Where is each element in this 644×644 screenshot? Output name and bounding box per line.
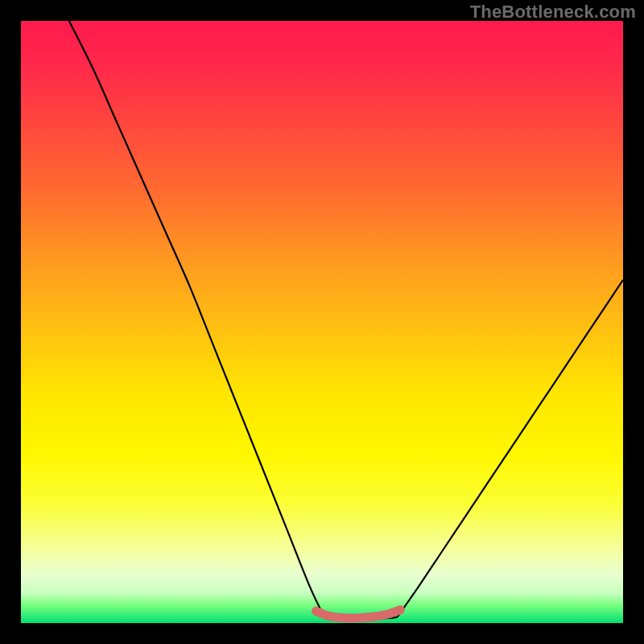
watermark-text: TheBottleneck.com: [470, 2, 636, 23]
bottleneck-curve-left: [69, 21, 325, 618]
bottleneck-curve-right: [398, 280, 624, 617]
curve-layer: [21, 21, 623, 623]
chart-frame: TheBottleneck.com: [0, 0, 644, 644]
plot-area: [21, 21, 623, 623]
valley-highlight-segment: [316, 610, 401, 618]
